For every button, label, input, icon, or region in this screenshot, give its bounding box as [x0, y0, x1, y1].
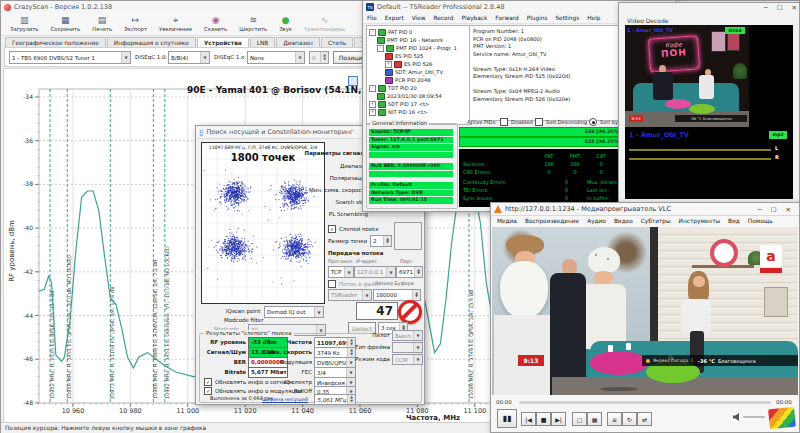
menu-help[interactable]: Помощь	[744, 218, 777, 224]
y-tick-label: -44	[23, 312, 33, 319]
expand-icon[interactable]: +	[369, 109, 376, 116]
constellation-thumbnail[interactable]	[394, 222, 422, 250]
psi-tree-panel[interactable]: -PAT PID 0 PMT PID 16 - Network -PMT PID…	[366, 25, 472, 125]
speaker-icon[interactable]	[733, 413, 739, 421]
checkbox-checked-icon: ✓	[204, 378, 212, 386]
menu-export[interactable]: Export	[381, 15, 408, 21]
tree-item[interactable]: PCR PID 2048	[369, 76, 469, 84]
pilot-select[interactable]: Выкл.▼	[392, 330, 423, 341]
update-signal-checkbox[interactable]: ✓Обновлять инфо о сигнале	[204, 378, 293, 386]
menu-playback[interactable]: Воспроизведение	[521, 218, 583, 224]
maximize-icon[interactable]: ☐	[777, 4, 783, 12]
pmt-icon	[386, 45, 394, 52]
iq-spectrum-label: IQ-спектр	[284, 379, 312, 385]
menu-file[interactable]: File	[363, 15, 381, 21]
update-modulation-checkbox[interactable]: ✓Обновлять инфо о модуляции	[204, 387, 302, 395]
stream-to-file-checkbox[interactable]: Поток в файл	[328, 280, 378, 288]
transponder-marker-label: 10992 MHz; H; 3451 kS; Unknown; ?/?; -10…	[164, 246, 170, 399]
code-mode-select[interactable]: CCM▼	[392, 354, 423, 365]
menu-video[interactable]: Видео	[610, 218, 637, 224]
expand-icon[interactable]: +	[369, 101, 376, 108]
tree-item[interactable]: +ES PID 526	[369, 60, 469, 68]
protocol-select[interactable]: TCP▼	[328, 266, 354, 278]
fullscreen-button[interactable]: ▢	[572, 412, 587, 426]
stat-col: CAT	[591, 153, 611, 159]
minimize-icon[interactable]: ─	[758, 206, 762, 214]
carrier-width-value[interactable]: 5,061 МГц▲▼	[314, 394, 356, 405]
close-icon[interactable]: ✕	[786, 206, 791, 214]
collapse-icon[interactable]: -	[377, 45, 384, 52]
stop-stream-button[interactable]	[398, 300, 422, 324]
pause-button[interactable]: ▮▮	[497, 409, 517, 428]
shuffle-button[interactable]: ⇄	[637, 412, 652, 426]
neon-sign: Кофе ПОН	[648, 35, 700, 72]
maximize-icon[interactable]: ☐	[771, 206, 777, 214]
menu-plugins[interactable]: Plugins	[523, 15, 552, 21]
tdt-icon	[378, 85, 386, 92]
menu-playback[interactable]: Playback	[457, 15, 491, 21]
tree-item[interactable]: -PAT PID 0	[369, 28, 469, 36]
menu-record[interactable]: Record	[429, 15, 457, 21]
disabled-checkbox[interactable]: Disabled	[500, 118, 533, 126]
next-button[interactable]: ▶|	[551, 412, 566, 426]
extended-settings-button[interactable]: ▦	[587, 412, 602, 426]
continuity-label: Continuity Errors:	[463, 179, 507, 185]
iqscan-select[interactable]: Demod IQ out▼	[264, 306, 324, 318]
tree-item[interactable]: -TDT PID 20	[369, 84, 469, 92]
playlist-button[interactable]: ≡	[607, 412, 622, 426]
signal-params-header: Параметры сигнала	[305, 150, 368, 156]
sdt-icon	[378, 101, 386, 108]
sort-descending-checkbox[interactable]: Sort Descending	[535, 118, 587, 126]
vlc-video[interactable]: a 9:13 Яндекс Погода ☾ -36 °	[492, 227, 798, 395]
loop-button[interactable]: ↻	[622, 412, 637, 426]
vlc-menubar: Медиа Воспроизведение Аудио Видео Субтит…	[493, 215, 793, 226]
vlc-window-buttons: ─☐✕	[758, 206, 791, 214]
stream-group-label: Передача потока	[328, 250, 384, 256]
tree-item[interactable]: ES PID 525	[369, 52, 469, 60]
menu-audio[interactable]: Аудио	[583, 218, 610, 224]
clock-badge: 9:13	[629, 115, 643, 122]
stop-button[interactable]: ■	[536, 412, 551, 426]
volume-slider[interactable]	[743, 416, 765, 418]
sdt-icon	[385, 69, 393, 76]
ip-select[interactable]: 127.0.0.1▼	[354, 266, 396, 278]
menu-forward[interactable]: Forward	[491, 15, 522, 21]
port-stepper[interactable]: 6971▲▼	[396, 266, 423, 278]
presenter-woman-top	[681, 299, 711, 333]
expand-icon[interactable]: +	[385, 61, 392, 68]
carrier-width-link[interactable]: Ширина несущей	[262, 396, 308, 402]
blind-search-checkbox[interactable]: ✓Слепой поиск	[328, 225, 379, 233]
buffer-counter-display: 47	[356, 302, 398, 320]
menu-tools[interactable]: Инструменты	[675, 218, 724, 224]
dot-size-label: Размер точки	[328, 238, 367, 244]
menu-settings[interactable]: Settings	[551, 15, 583, 21]
tree-item[interactable]: 2023/01/30 08:09:54	[369, 92, 469, 100]
minimize-icon[interactable]: ─	[764, 4, 768, 12]
collapse-icon[interactable]: -	[369, 85, 376, 92]
meter-left-label: L	[775, 145, 778, 151]
tree-item[interactable]: +SDT PID 17 <t>	[369, 100, 469, 108]
menu-help[interactable]: Help	[583, 15, 604, 21]
gen-info-row: Run Time: 000:01:15	[369, 197, 453, 204]
file-target-select[interactable]: TSReader▼	[328, 289, 372, 301]
menu-media[interactable]: Медиа	[493, 218, 521, 224]
menu-subtitles[interactable]: Субтитры	[637, 218, 675, 224]
close-icon[interactable]: ✕	[792, 4, 797, 12]
tree-item[interactable]: -PMT PID 1024 - Progr. 1	[369, 44, 469, 52]
tree-item[interactable]: PMT PID 16 - Network	[369, 36, 469, 44]
transponder-marker-label: 10988 MHz; H; 8988 kS; ACM/VCM; 32APSK; …	[152, 259, 158, 399]
pink-table	[590, 351, 648, 375]
frame-type-select[interactable]: ▼	[392, 342, 423, 353]
dot-size-stepper[interactable]: 2▲▼	[370, 235, 392, 247]
tree-item[interactable]: SDT: Amur_Obl_TV	[369, 68, 469, 76]
cup	[608, 345, 613, 352]
seek-bar[interactable]	[519, 401, 771, 404]
menu-view[interactable]: Вид	[724, 218, 744, 224]
menu-view[interactable]: View	[408, 15, 430, 21]
previous-button[interactable]: |◀	[521, 412, 536, 426]
collapse-icon[interactable]: -	[369, 29, 376, 36]
weather-ticker: -36 °C Благовещенск	[675, 115, 747, 122]
tree-item[interactable]: +NIT PID 16 <t>	[369, 108, 469, 116]
x-tick-label: 11 020	[234, 407, 257, 415]
father-frost-beard	[500, 261, 548, 319]
